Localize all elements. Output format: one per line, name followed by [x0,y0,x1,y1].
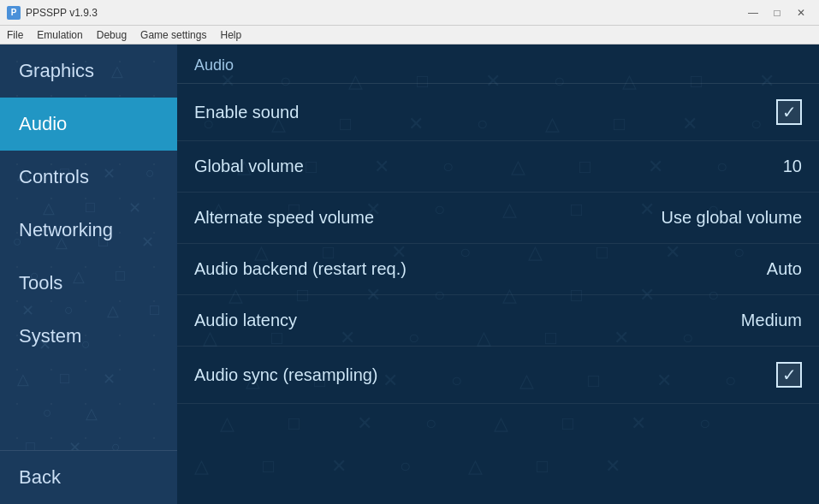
setting-label-alternate-speed-volume: Alternate speed volume [194,208,374,228]
sidebar-item-graphics[interactable]: Graphics [0,44,177,98]
setting-row-audio-backend[interactable]: Audio backend (restart req.) Auto [177,244,819,295]
setting-row-global-volume[interactable]: Global volume 10 [177,141,819,193]
app-icon: P [7,6,21,20]
setting-row-alternate-speed-volume[interactable]: Alternate speed volume Use global volume [177,193,819,244]
checkbox-audio-sync[interactable] [776,362,802,388]
sidebar: ✕ ○ △ □ ✕ ○ △ □ ✕ ○ △ □ ✕ ○ △ □ ✕ ○ △ □ … [0,44,177,504]
main-content: Audio Enable sound Global volume 10 Alte… [177,44,819,404]
setting-row-enable-sound[interactable]: Enable sound [177,84,819,141]
setting-value-global-volume: 10 [783,157,802,176]
menu-file[interactable]: File [0,27,30,43]
close-button[interactable]: ✕ [790,4,812,21]
setting-value-audio-backend: Auto [767,259,802,279]
setting-label-audio-backend: Audio backend (restart req.) [194,259,407,279]
titlebar-controls: — □ ✕ [742,4,812,21]
sidebar-item-controls[interactable]: Controls [0,151,177,204]
menu-help[interactable]: Help [213,27,248,43]
menu-game-settings[interactable]: Game settings [134,27,213,43]
back-button[interactable]: Back [0,450,177,504]
setting-row-audio-latency[interactable]: Audio latency Medium [177,295,819,347]
titlebar-title: PPSSPP v1.9.3 [26,7,98,19]
menu-debug[interactable]: Debug [90,27,134,43]
panel-title: Audio [177,44,819,84]
app-body: ✕ ○ △ □ ✕ ○ △ □ ✕ ○ △ □ ✕ ○ △ □ ✕ ○ △ □ … [0,44,819,504]
titlebar: P PPSSPP v1.9.3 — □ ✕ [0,0,819,26]
sidebar-item-tools[interactable]: Tools [0,257,177,310]
menubar: File Emulation Debug Game settings Help [0,26,819,44]
menu-emulation[interactable]: Emulation [30,27,89,43]
setting-label-enable-sound: Enable sound [194,103,299,122]
minimize-button[interactable]: — [742,4,764,21]
main-panel: ✕ ○ △ □ ✕ ○ △ □ ✕ ○ △ □ ✕ ○ △ □ ✕ ○ △ □ … [177,44,819,504]
setting-label-audio-latency: Audio latency [194,311,297,330]
sidebar-item-system[interactable]: System [0,310,177,363]
sidebar-item-networking[interactable]: Networking [0,204,177,257]
titlebar-left: P PPSSPP v1.9.3 [7,6,98,20]
maximize-button[interactable]: □ [766,4,788,21]
settings-list: Enable sound Global volume 10 Alternate … [177,84,819,404]
checkbox-enable-sound[interactable] [776,99,802,125]
setting-value-audio-latency: Medium [741,311,802,330]
setting-label-audio-sync: Audio sync (resampling) [194,365,378,385]
setting-row-audio-sync[interactable]: Audio sync (resampling) [177,347,819,404]
setting-label-global-volume: Global volume [194,157,304,176]
sidebar-item-audio[interactable]: Audio [0,98,177,151]
sidebar-nav: Graphics Audio Controls Networking Tools… [0,44,177,450]
setting-value-alternate-speed-volume: Use global volume [661,208,802,228]
